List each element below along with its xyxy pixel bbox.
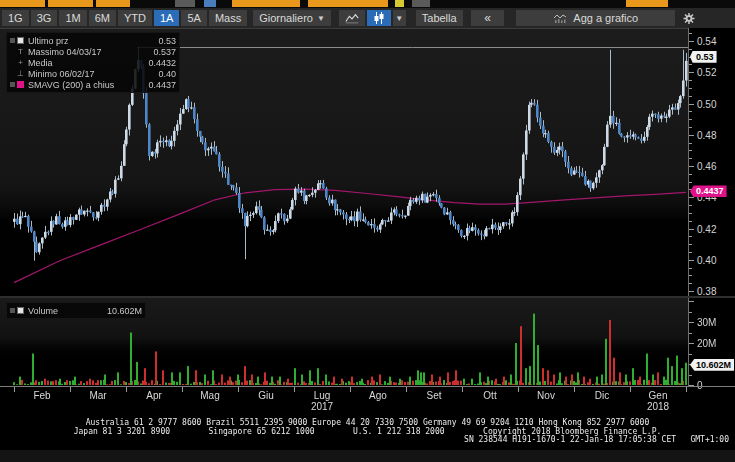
time-x-axis: FebMarAprMagGiuLugAgoSetOttNovDicGen2017… (0, 386, 735, 418)
price-axis-tick (689, 244, 692, 245)
year-label-2017: 2017 (294, 401, 350, 412)
period-button-group: 1G3G1M6MYTD1A5AMass (2, 10, 247, 26)
volume-legend: Volume 10.602M (6, 302, 146, 319)
legend-expander-icon[interactable] (10, 308, 15, 313)
settings-gear-button[interactable] (677, 10, 701, 26)
volume-legend-value: 10.602M (107, 306, 142, 316)
top-strip-segment (626, 0, 668, 7)
candlestick-icon (373, 12, 385, 24)
legend-marker-square-magenta-icon (17, 81, 24, 88)
legend-label: Massimo 04/03/17 (28, 47, 147, 57)
price-axis-tick (689, 150, 692, 151)
price-axis-tick (689, 41, 694, 42)
price-axis-tick (689, 182, 692, 183)
bloomberg-chart-window: 1G3G1M6MYTD1A5AMass Giornaliero ▼ ▼ Tabe… (0, 0, 735, 462)
legend-row-2[interactable]: +Media0.4432 (10, 57, 176, 68)
legend-marker-tee-bottom-icon: ⊥ (17, 70, 24, 77)
price-axis-label: 0.42 (697, 224, 716, 235)
legend-value: 0.4437 (148, 80, 176, 90)
period-button-3g[interactable]: 3G (31, 10, 58, 26)
period-button-ytd[interactable]: YTD (118, 10, 152, 26)
top-strip-segment (48, 0, 93, 7)
price-axis-tick (689, 64, 692, 65)
legend-label: Ultimo prz (28, 36, 152, 46)
volume-y-axis: 30M20M010.602M (688, 298, 735, 386)
legend-expander-icon[interactable] (10, 38, 15, 43)
price-axis-tick (689, 197, 694, 198)
agg-a-grafico-button[interactable]: Agg a grafico (516, 10, 675, 26)
last-price-badge: 0.53 (690, 51, 717, 63)
volume-axis-tick (689, 301, 694, 302)
month-label-feb: Feb (14, 390, 70, 401)
chevron-down-icon: ▼ (317, 14, 325, 23)
top-strip-segment (204, 0, 216, 7)
month-label-mar: Mar (70, 390, 126, 401)
period-button-1m[interactable]: 1M (59, 10, 86, 26)
price-axis-tick (689, 80, 692, 81)
agg-a-grafico-label: Agg a grafico (573, 12, 638, 24)
price-axis-label: 0.52 (697, 67, 716, 78)
gear-icon (683, 12, 695, 25)
legend-marker-tee-top-icon: T (17, 48, 24, 55)
legend-row-3[interactable]: ⊥Minimo 06/02/170.40 (10, 68, 176, 79)
legend-row-1[interactable]: TMassimo 04/03/170.537 (10, 46, 176, 57)
period-button-1a[interactable]: 1A (154, 10, 179, 26)
price-axis-tick (689, 166, 694, 167)
interval-label: Giornaliero (259, 12, 313, 24)
candlestick-chart-type-button[interactable] (367, 10, 391, 26)
terminal-footer: Australia 61 2 9777 8600 Brazil 5511 239… (0, 419, 735, 445)
period-button-5a[interactable]: 5A (181, 10, 206, 26)
legend-marker-square-gray-icon (17, 37, 24, 44)
period-button-1g[interactable]: 1G (2, 10, 29, 26)
legend-value: 0.53 (158, 36, 176, 46)
volume-axis-tick (689, 354, 692, 355)
month-label-apr: Apr (126, 390, 182, 401)
price-y-axis: 0.540.520.500.480.460.440.420.400.380.53… (688, 28, 735, 296)
price-axis-tick (689, 119, 692, 120)
volume-axis-tick (689, 343, 694, 344)
bottom-strip (0, 450, 735, 462)
top-strip-segment (175, 0, 195, 7)
period-button-6m[interactable]: 6M (89, 10, 116, 26)
price-axis-tick (689, 268, 692, 269)
volume-legend-label[interactable]: Volume (28, 306, 101, 316)
period-button-mass[interactable]: Mass (209, 10, 247, 26)
volume-panel: Volume 10.602M (0, 298, 688, 386)
price-axis-label: 0.48 (697, 130, 716, 141)
price-legend: Ultimo prz0.53TMassimo 04/03/170.537+Med… (6, 32, 180, 93)
month-label-gen: Gen (630, 390, 686, 401)
collapse-button[interactable]: « (471, 10, 505, 26)
price-axis-tick (689, 229, 694, 230)
interval-dropdown[interactable]: Giornaliero ▼ (253, 10, 331, 26)
legend-value: 0.40 (158, 69, 176, 79)
line-chart-type-button[interactable] (339, 10, 365, 26)
price-chart-panel: Ultimo prz0.53TMassimo 04/03/170.537+Med… (0, 28, 688, 296)
price-axis-tick (689, 111, 692, 112)
volume-series-marker-icon (17, 307, 24, 314)
month-boundary-tick (686, 387, 687, 392)
month-label-ott: Ott (462, 390, 518, 401)
top-cutoff-strip (0, 0, 735, 8)
price-axis-tick (689, 88, 692, 89)
tabella-button[interactable]: Tabella (416, 10, 463, 26)
legend-row-0[interactable]: Ultimo prz0.53 (10, 35, 176, 46)
top-strip-segment (0, 0, 45, 7)
legend-row-4[interactable]: SMAVG (200) a chius0.4437 (10, 79, 176, 90)
price-axis-label: 0.40 (697, 255, 716, 266)
chart-type-dropdown[interactable]: ▼ (393, 10, 406, 26)
price-axis-tick (689, 72, 694, 73)
top-strip-segment (308, 0, 388, 7)
price-axis-tick (689, 49, 692, 50)
top-strip-segment (412, 0, 430, 7)
price-axis-tick (689, 252, 692, 253)
price-axis-tick (689, 33, 692, 34)
footer-session-line: SN 238544 H191-1670-1 22-Jan-18 17:05:38… (0, 436, 735, 445)
price-axis-tick (689, 236, 692, 237)
volume-axis-tick (689, 312, 692, 313)
volume-axis-tick (689, 333, 692, 334)
month-label-giu: Giu (238, 390, 294, 401)
top-strip-segment (232, 0, 300, 7)
month-label-ago: Ago (350, 390, 406, 401)
legend-expander-icon[interactable] (10, 82, 15, 87)
volume-axis-label: 30M (697, 317, 716, 328)
